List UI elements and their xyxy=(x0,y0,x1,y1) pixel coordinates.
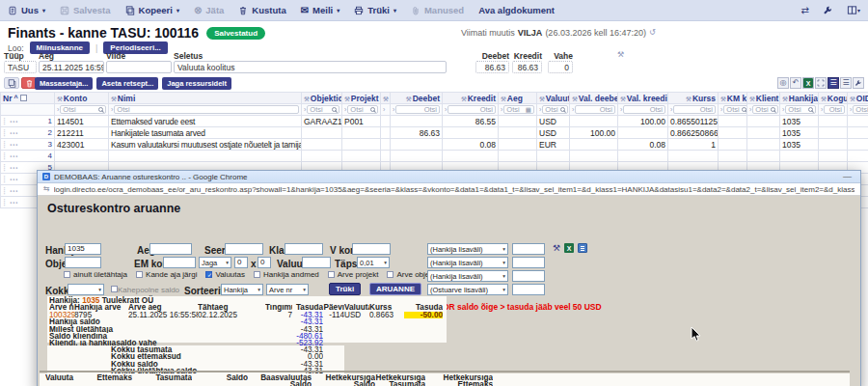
cell-klient[interactable] xyxy=(747,127,780,139)
drag-handle-icon[interactable]: ⡇ xyxy=(3,199,8,207)
column-wrench-icon[interactable]: ⚒ xyxy=(539,96,545,102)
toolbar-item-kustuta[interactable]: Kustuta xyxy=(238,5,285,15)
cell-blank[interactable] xyxy=(381,127,391,139)
search-input-projekt[interactable]: Otsi xyxy=(347,105,378,114)
side-select-1[interactable]: (Hankija lisaväli)▾ xyxy=(427,243,508,255)
cell-kreedit[interactable] xyxy=(443,151,499,162)
side-input-3[interactable] xyxy=(512,270,545,282)
search-input-nimi[interactable]: Otsi xyxy=(114,105,299,114)
popup-url-bar[interactable]: ⇆ login.directo.ee/ocra_demobaas_ee/or_a… xyxy=(38,183,860,196)
cell-val-deebet[interactable]: 100.00 xyxy=(570,127,618,139)
toolbar-item-meili[interactable]: ✉Meili▾ xyxy=(301,5,340,15)
cell-km-kood[interactable] xyxy=(719,151,747,162)
row-menu-icon[interactable]: ●●● xyxy=(10,131,18,135)
action-button-jaga-ressursidelt[interactable]: Jaga ressursidelt xyxy=(162,77,231,90)
cell-nimi[interactable]: Hankijatele tasumata arved xyxy=(109,127,302,139)
cell-kogus[interactable] xyxy=(819,151,848,162)
rows-icon[interactable]: ☰ xyxy=(840,77,852,89)
expand-search-icon[interactable]: › xyxy=(670,106,672,113)
jaga-value-1[interactable]: 0 xyxy=(234,257,248,268)
column-header-projekt[interactable]: ⚒Projekt xyxy=(342,93,381,104)
row-menu-icon[interactable]: ●●● xyxy=(10,154,18,158)
cell-valuuta[interactable]: EUR xyxy=(537,139,570,151)
column-wrench-icon[interactable]: ⚒ xyxy=(501,96,506,102)
search-input-oid-art[interactable]: Otsi xyxy=(853,105,868,114)
row-menu-icon[interactable]: ●●● xyxy=(10,166,18,170)
cell-kreedit[interactable] xyxy=(443,127,499,139)
cell-km-kood[interactable] xyxy=(719,127,747,139)
expand-search-icon[interactable]: › xyxy=(572,106,574,113)
cell-kurss[interactable]: 0.865501125 xyxy=(668,116,719,127)
column-header-deebet[interactable]: ⚒Deebet xyxy=(391,93,443,104)
cell-projekt[interactable] xyxy=(342,139,381,151)
search-input-hankija[interactable]: Otsi xyxy=(785,105,816,114)
cell-hankija[interactable]: 1035 xyxy=(780,127,819,139)
checkbox-box[interactable] xyxy=(254,271,260,278)
column-header-valuuta[interactable]: ⚒Valuuta xyxy=(537,93,570,104)
search-input-kurss[interactable]: Otsi xyxy=(673,105,716,114)
cell-blank[interactable] xyxy=(381,116,391,127)
excel-icon[interactable]: X xyxy=(564,243,574,253)
search-input-val-kreedit[interactable]: Otsi xyxy=(623,105,665,114)
cell-blank[interactable] xyxy=(381,151,391,162)
history-icon[interactable]: ↺ xyxy=(649,29,656,37)
drag-handle-icon[interactable]: ⡇ xyxy=(3,118,8,125)
wrench-icon[interactable] xyxy=(823,5,833,15)
hammer-icon[interactable]: ⚒ xyxy=(553,243,560,253)
cell-konto[interactable]: 212211 xyxy=(55,127,109,139)
checkbox-valuutas[interactable]: Valuutas xyxy=(205,270,245,279)
column-wrench-icon[interactable]: ⚒ xyxy=(572,96,578,102)
drag-handle-icon[interactable]: ⡇ xyxy=(3,141,8,149)
row-menu-icon[interactable]: ●●● xyxy=(10,201,18,205)
drag-handle-icon[interactable]: ⡇ xyxy=(3,129,8,137)
cell-nimi[interactable] xyxy=(109,151,302,162)
column-header-km-kood[interactable]: ⚒KM kood xyxy=(719,93,747,104)
column-header-nimi[interactable]: ⚒Nimi xyxy=(109,93,302,104)
cell-hankija[interactable]: 1035 xyxy=(780,139,819,151)
checkbox-box[interactable] xyxy=(205,271,212,278)
jaga-select[interactable]: Jaga▾ xyxy=(199,257,231,268)
column-wrench-icon[interactable]: ⚒ xyxy=(620,96,626,102)
filter-input-klass[interactable] xyxy=(285,243,323,255)
checkbox-hankija-andmed[interactable]: Hankija andmed xyxy=(254,270,319,279)
expand-search-icon[interactable]: › xyxy=(344,106,346,113)
search-input-klient[interactable]: Otsi xyxy=(752,105,777,114)
cell-hankija[interactable] xyxy=(780,151,819,162)
column-header-val-kreedit[interactable]: ⚒Val. kreedit xyxy=(618,93,668,104)
toolbar-item-ava-algdokument[interactable]: Ava algdokument xyxy=(478,5,555,15)
column-wrench-icon[interactable]: ⚒ xyxy=(686,96,692,102)
book-icon[interactable] xyxy=(578,243,587,253)
checkbox-arve-projekt[interactable]: Arve projekt xyxy=(328,270,379,279)
column-wrench-icon[interactable]: ⚒ xyxy=(383,96,389,102)
cell-val-kreedit[interactable] xyxy=(618,151,668,162)
expand-search-icon[interactable]: › xyxy=(111,106,113,113)
cell-kurss[interactable]: 0.866250866 xyxy=(668,127,719,139)
sort-select-2[interactable]: Arve nr▾ xyxy=(266,284,309,295)
column-wrench-icon[interactable]: ⚒ xyxy=(406,96,412,102)
row-menu-icon[interactable]: ●●● xyxy=(10,120,18,124)
drag-handle-icon[interactable]: ⡇ xyxy=(3,164,8,172)
search-input-val-deebet[interactable]: Otsi xyxy=(575,105,615,114)
action-button-aseta-retsept[interactable]: Aseta retsept... xyxy=(96,77,158,90)
column-header-blank[interactable]: ⚒ xyxy=(381,93,391,104)
drag-handle-icon[interactable]: ⡇ xyxy=(3,152,8,160)
cell-konto[interactable] xyxy=(55,151,109,162)
column-header-klient[interactable]: ⚒Klient xyxy=(747,93,780,104)
expand-search-icon[interactable]: › xyxy=(720,106,722,113)
cell-deebet[interactable] xyxy=(391,116,443,127)
swap-icon[interactable]: ⇄ xyxy=(801,6,809,15)
checkbox-box[interactable] xyxy=(136,271,143,278)
cell-nimi[interactable]: Kasum valuutakursi muutusest ostjate nõu… xyxy=(109,139,302,151)
toolbar-item-kopeeri[interactable]: Kopeeri▾ xyxy=(125,5,179,15)
column-header-kreedit[interactable]: ⚒Kreedit xyxy=(443,93,499,104)
calendar-icon[interactable]: ▦ xyxy=(95,72,100,73)
column-header-konto[interactable]: ⚒Konto xyxy=(55,93,109,104)
row-menu-icon[interactable]: ●●● xyxy=(10,189,18,193)
expand-search-icon[interactable]: › xyxy=(620,106,622,113)
cell-kurss[interactable] xyxy=(668,151,719,162)
search-input-valuuta[interactable]: Otsi xyxy=(542,105,567,114)
expand-search-icon[interactable]: › xyxy=(782,106,784,113)
row-menu-icon[interactable]: ●●● xyxy=(10,143,18,147)
cell-aeg[interactable] xyxy=(499,151,537,162)
sort-asc-icon[interactable]: ^ xyxy=(14,95,17,101)
